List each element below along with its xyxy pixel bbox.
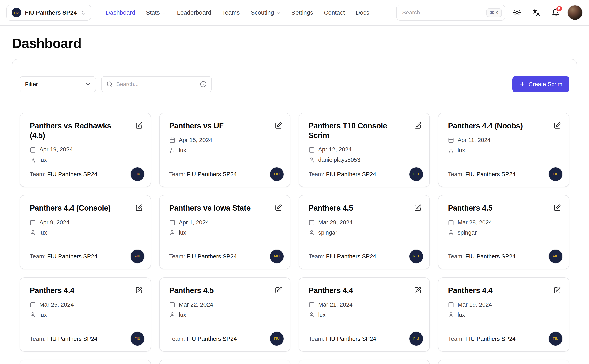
- user-avatar[interactable]: [567, 5, 582, 20]
- global-search-input[interactable]: [402, 9, 486, 16]
- user-icon: [169, 230, 175, 236]
- scrim-card[interactable]: Panthers 4.4 Mar 19, 2024 lux: [438, 277, 569, 351]
- scrim-card-partial[interactable]: [20, 360, 151, 364]
- scrim-card[interactable]: Panthers 4.5 Mar 29, 2024 spingar: [299, 195, 430, 269]
- header-actions: ⌘ K 5: [396, 5, 582, 21]
- edit-scrim-button[interactable]: [273, 285, 284, 295]
- edit-scrim-button[interactable]: [552, 203, 562, 213]
- chevron-down-icon: [276, 11, 281, 15]
- user-icon: [30, 312, 36, 318]
- scrim-user-row: lux: [169, 312, 282, 318]
- scrim-search[interactable]: [101, 76, 212, 92]
- scrim-team-line: Team: FIU Panthers SP24: [448, 336, 516, 342]
- scrim-card-partial[interactable]: [299, 360, 430, 364]
- scrim-card[interactable]: Panthers 4.4 Mar 21, 2024 lux: [299, 277, 430, 351]
- nav-item-docs[interactable]: Docs: [355, 9, 369, 16]
- scrim-card[interactable]: Panthers vs Redhawks (4.5) Apr 19, 2024 …: [20, 113, 151, 187]
- calendar-icon: [448, 137, 454, 143]
- filter-select[interactable]: Filter: [20, 76, 96, 92]
- team-selector-label: FIU Panthers SP24: [25, 9, 77, 16]
- edit-scrim-button[interactable]: [273, 120, 284, 131]
- scrim-card[interactable]: Panthers vs Iowa State Apr 1, 2024 lux: [159, 195, 290, 269]
- nav-item-teams[interactable]: Teams: [222, 9, 240, 16]
- scrim-date: Mar 25, 2024: [39, 301, 74, 308]
- edit-scrim-button[interactable]: [134, 203, 144, 213]
- info-icon[interactable]: [200, 81, 207, 87]
- edit-icon: [275, 204, 282, 212]
- chevron-down-icon: [162, 11, 166, 15]
- language-button[interactable]: [529, 5, 544, 20]
- nav-item-stats[interactable]: Stats: [146, 9, 166, 16]
- edit-scrim-button[interactable]: [413, 285, 423, 295]
- scrim-title: Panthers 4.4 (Noobs): [448, 121, 561, 131]
- edit-scrim-button[interactable]: [552, 285, 562, 295]
- scrim-card[interactable]: Panthers 4.4 (Noobs) Apr 11, 2024 lux: [438, 113, 569, 187]
- scrim-meta: Mar 28, 2024 spingar: [448, 219, 561, 236]
- scrim-user: lux: [39, 312, 47, 318]
- create-scrim-button[interactable]: Create Scrim: [512, 76, 569, 92]
- scrim-card[interactable]: Panthers 4.4 (Console) Apr 9, 2024 lux: [20, 195, 151, 269]
- scrim-date-row: Apr 1, 2024: [169, 219, 282, 226]
- plus-icon: [519, 81, 525, 87]
- edit-scrim-button[interactable]: [552, 120, 562, 131]
- scrim-card[interactable]: Panthers 4.5 Mar 22, 2024 lux: [159, 277, 290, 351]
- scrim-search-input[interactable]: [116, 81, 197, 87]
- translate-icon: [532, 9, 540, 17]
- scrim-card-partial[interactable]: [438, 360, 569, 364]
- scrim-meta: Mar 22, 2024 lux: [169, 301, 282, 318]
- scrim-card[interactable]: Panthers 4.5 Mar 28, 2024 spingar: [438, 195, 569, 269]
- global-search[interactable]: ⌘ K: [396, 5, 505, 21]
- user-icon: [30, 230, 36, 236]
- top-nav: FIU FIU Panthers SP24 Dashboard Stats Le…: [0, 0, 589, 26]
- scrim-team-line: Team: FIU Panthers SP24: [30, 253, 97, 260]
- scrim-title: Panthers 4.5: [308, 203, 422, 213]
- edit-scrim-button[interactable]: [134, 285, 144, 295]
- scrim-footer: Team: FIU Panthers SP24 FIU: [308, 167, 423, 181]
- scrim-date-row: Apr 12, 2024: [308, 146, 422, 153]
- user-icon: [308, 230, 315, 236]
- nav-item-label: Stats: [146, 9, 160, 16]
- scrim-meta: Apr 19, 2024 lux: [30, 146, 143, 163]
- edit-scrim-button[interactable]: [134, 120, 144, 131]
- edit-icon: [414, 122, 422, 129]
- nav-item-leaderboard[interactable]: Leaderboard: [177, 9, 211, 16]
- calendar-icon: [30, 302, 36, 308]
- nav-item-label: Settings: [291, 9, 313, 16]
- team-selector[interactable]: FIU FIU Panthers SP24: [7, 5, 91, 21]
- scrim-card-partial[interactable]: [159, 360, 290, 364]
- scrim-date-row: Mar 21, 2024: [308, 301, 422, 308]
- scrim-card[interactable]: Panthers vs UF Apr 15, 2024 lux: [159, 113, 290, 187]
- scrim-date-row: Mar 28, 2024: [448, 219, 561, 226]
- chevrons-up-down-icon: [80, 10, 86, 15]
- sun-icon: [513, 9, 521, 17]
- scrim-title: Panthers vs Redhawks (4.5): [30, 121, 143, 140]
- scrim-title: Panthers 4.4: [308, 286, 422, 295]
- scrim-card[interactable]: Panthers T10 Console Scrim Apr 12, 2024 …: [299, 113, 430, 187]
- user-icon: [169, 147, 175, 153]
- scrim-title: Panthers T10 Console Scrim: [308, 121, 422, 140]
- nav-item-contact[interactable]: Contact: [324, 9, 345, 16]
- scrim-footer: Team: FIU Panthers SP24 FIU: [448, 332, 562, 345]
- page-title: Dashboard: [12, 35, 577, 51]
- scrim-team-line: Team: FIU Panthers SP24: [30, 171, 97, 178]
- user-icon: [30, 157, 36, 163]
- calendar-icon: [169, 137, 175, 143]
- scrim-meta: Apr 12, 2024 danielplays5053: [308, 146, 422, 163]
- edit-scrim-button[interactable]: [273, 203, 284, 213]
- scrim-card[interactable]: Panthers 4.4 Mar 25, 2024 lux: [20, 277, 151, 351]
- edit-scrim-button[interactable]: [413, 120, 423, 131]
- scrim-meta: Mar 25, 2024 lux: [30, 301, 143, 318]
- scrim-title: Panthers vs Iowa State: [169, 203, 282, 213]
- scrim-date-row: Apr 15, 2024: [169, 137, 282, 143]
- scrim-team-line: Team: FIU Panthers SP24: [169, 336, 237, 342]
- team-logo: FIU: [270, 332, 284, 345]
- theme-toggle-button[interactable]: [509, 5, 525, 20]
- team-logo: FIU: [549, 167, 562, 181]
- scrim-title: Panthers 4.4: [30, 286, 143, 295]
- nav-item-dashboard[interactable]: Dashboard: [106, 9, 135, 16]
- scrim-meta: Apr 15, 2024 lux: [169, 137, 282, 154]
- edit-scrim-button[interactable]: [413, 203, 423, 213]
- nav-item-settings[interactable]: Settings: [291, 9, 313, 16]
- notifications-button[interactable]: 5: [548, 5, 563, 20]
- nav-item-scouting[interactable]: Scouting: [251, 9, 281, 16]
